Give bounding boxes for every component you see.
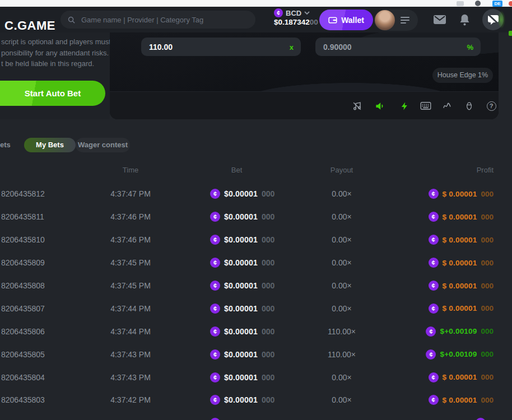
deepl-extension-badge[interactable]: DE <box>492 1 502 7</box>
tab-my-bets[interactable]: My Bets <box>24 138 76 152</box>
wallet-icon <box>328 16 337 24</box>
page: DE C.GAME ¢ BCD $0.18734200 Wallet <box>0 0 512 420</box>
table-row[interactable]: ¢ ¢ <box>0 412 512 420</box>
coin-icon: ¢ <box>210 258 220 268</box>
extension-icon[interactable] <box>509 1 512 6</box>
bet-amount: ¢ $0.00001000 <box>210 235 274 245</box>
coin-icon: ¢ <box>210 212 220 222</box>
bet-profit: ¢ $+0.00109000 <box>426 326 494 337</box>
bet-amount-dim: 000 <box>262 281 274 290</box>
table-row[interactable]: 8206435804 4:37:43 PM ¢ $0.00001000 0.00… <box>0 366 512 389</box>
table-row[interactable]: 8206435805 4:37:43 PM ¢ $0.00001000 110.… <box>0 343 512 366</box>
bet-id: 8206435812 <box>1 189 45 198</box>
wallet-button[interactable]: Wallet <box>319 10 373 30</box>
bets-table: 8206435812 4:37:47 PM ¢ $0.00001000 0.00… <box>0 183 512 420</box>
search-input[interactable] <box>80 15 249 25</box>
tab-wager-contest[interactable]: Wager contest <box>76 138 130 152</box>
bet-payout: 0.00× <box>308 304 375 313</box>
currency-selector[interactable]: ¢ BCD $0.18734200 <box>274 8 324 31</box>
turbo-icon[interactable] <box>398 100 411 112</box>
bet-profit: ¢ $ 0.00001000 <box>429 304 494 314</box>
profit-main: $ 0.00001 <box>443 190 477 198</box>
extension-icon[interactable] <box>475 1 481 6</box>
profit-main: $ 0.00001 <box>443 396 477 404</box>
bet-amount-dim: 000 <box>262 327 274 336</box>
start-auto-bet-button[interactable]: Start Auto Bet <box>0 81 105 106</box>
bet-profit: ¢ $+0.00109000 <box>426 349 494 360</box>
sound-on-icon[interactable] <box>374 100 386 112</box>
table-row[interactable]: 8206435808 4:37:45 PM ¢ $0.00001000 0.00… <box>0 274 512 297</box>
seed-icon[interactable] <box>463 100 475 112</box>
help-icon[interactable]: ? <box>485 100 497 112</box>
bet-time: 4:37:45 PM <box>95 281 166 290</box>
bet-payout: 0.00× <box>308 281 375 290</box>
coin-icon: ¢ <box>429 212 439 222</box>
chat-toggle-icon[interactable] <box>482 9 504 30</box>
table-row[interactable]: 8206435803 4:37:42 PM ¢ $0.00001000 0.00… <box>0 389 512 412</box>
bet-time: 4:37:46 PM <box>95 235 166 244</box>
search-bar[interactable] <box>60 11 255 29</box>
profit-dim: 000 <box>481 259 494 267</box>
table-row[interactable]: 8206435806 4:37:44 PM ¢ $0.00001000 110.… <box>0 320 512 343</box>
profit-dim: 000 <box>481 327 494 335</box>
percent-suffix: % <box>467 43 473 51</box>
bet-payout: 110.00× <box>308 350 375 359</box>
profit-main: $ 0.00001 <box>443 236 477 244</box>
bet-id: 8206435808 <box>1 281 45 290</box>
profit-main: $ 0.00001 <box>443 282 477 290</box>
bet-amount: ¢ $0.00001000 <box>210 212 274 222</box>
coin-icon: ¢ <box>210 304 220 314</box>
bet-time: 4:37:44 PM <box>95 304 166 313</box>
account-menu[interactable] <box>374 10 418 31</box>
payout-input[interactable] <box>149 38 261 56</box>
table-row[interactable]: 8206435809 4:37:45 PM ¢ $0.00001000 0.00… <box>0 251 512 274</box>
table-row[interactable]: 8206435810 4:37:46 PM ¢ $0.00001000 0.00… <box>0 228 512 251</box>
bet-amount-main: $0.00001 <box>224 350 258 359</box>
bet-amount-dim: 000 <box>262 235 274 244</box>
notification-bell-icon[interactable] <box>459 13 471 28</box>
bet-profit: ¢ $ 0.00001000 <box>429 281 494 291</box>
bet-amount: ¢ <box>210 418 228 420</box>
bet-amount: ¢ $0.00001000 <box>210 372 274 382</box>
game-toolbar: ? <box>110 91 499 119</box>
coin-icon: ¢ <box>476 418 486 420</box>
balance-amount: $0.18734200 <box>274 18 324 26</box>
bet-amount-main: $0.00001 <box>224 395 258 404</box>
table-row[interactable]: 8206435807 4:37:44 PM ¢ $0.00001000 0.00… <box>0 297 512 320</box>
bet-payout: 110.00× <box>308 327 375 336</box>
table-row[interactable]: 8206435811 4:37:46 PM ¢ $0.00001000 0.00… <box>0 206 512 228</box>
menu-icon <box>401 17 409 25</box>
site-logo[interactable]: C.GAME <box>4 18 55 33</box>
coin-icon: ¢ <box>210 349 220 360</box>
bet-amount-main: $0.00001 <box>224 281 258 290</box>
chevron-down-icon <box>304 11 310 15</box>
bet-id: 8206435806 <box>1 327 45 336</box>
win-chance-input[interactable] <box>323 38 439 56</box>
live-stats-icon[interactable] <box>441 100 453 112</box>
column-header-profit: Profit <box>477 166 494 178</box>
bet-id: 8206435805 <box>1 350 45 359</box>
bet-amount: ¢ $0.00001000 <box>210 349 274 360</box>
tab-all-bets-partial[interactable]: ets <box>0 138 11 152</box>
bet-amount-main: $0.00001 <box>224 373 258 382</box>
bet-id: 8206435804 <box>1 373 45 382</box>
bet-id: 8206435811 <box>1 212 44 221</box>
table-row[interactable]: 8206435812 4:37:47 PM ¢ $0.00001000 0.00… <box>0 183 512 206</box>
extension-icon[interactable] <box>457 1 464 6</box>
profit-main: $+0.00109 <box>440 327 477 335</box>
profit-dim: 000 <box>481 236 494 244</box>
bet-payout: 0.00× <box>308 212 375 221</box>
hotkeys-icon[interactable] <box>420 100 432 112</box>
house-edge-badge: House Edge 1% <box>432 68 493 83</box>
profit-main: $ 0.00001 <box>443 304 477 312</box>
win-chance-field: % <box>315 38 481 56</box>
bet-amount: ¢ $0.00001000 <box>210 281 274 291</box>
bet-amount-dim: 000 <box>262 395 274 404</box>
avatar <box>375 10 395 30</box>
profit-dim: 000 <box>481 213 494 221</box>
bet-time: 4:37:44 PM <box>95 327 166 336</box>
bet-amount-main: $0.00001 <box>224 304 258 313</box>
message-icon[interactable] <box>433 15 446 27</box>
music-off-icon[interactable] <box>351 100 363 112</box>
autobet-panel: script is optional and players must take… <box>0 32 110 119</box>
